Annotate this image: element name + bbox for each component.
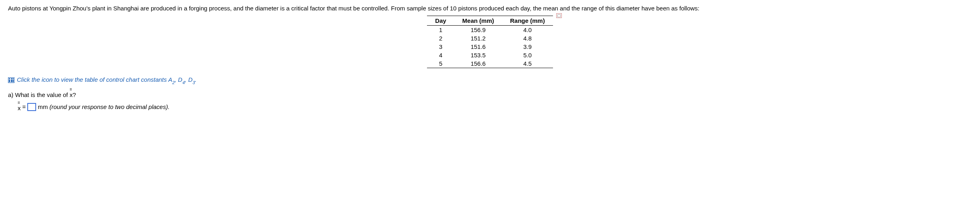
data-table: Day Mean (mm) Range (mm) 1 156.9 4.0 2 1… <box>427 16 553 68</box>
link-mid1: , D <box>175 76 182 83</box>
cell-day: 4 <box>427 51 454 59</box>
cell-day: 1 <box>427 26 454 34</box>
equals-sign: = <box>22 103 26 110</box>
cell-mean: 151.6 <box>454 42 502 51</box>
cell-day: 5 <box>427 59 454 68</box>
table-row: 5 156.6 4.5 <box>427 59 553 68</box>
cell-mean: 156.6 <box>454 59 502 68</box>
link-sub-3: 3 <box>193 80 195 85</box>
link-mid2: , D <box>185 76 193 83</box>
cell-range: 4.0 <box>502 26 553 34</box>
col-mean: Mean (mm) <box>454 16 502 26</box>
cell-day: 2 <box>427 34 454 42</box>
cell-day: 3 <box>427 42 454 51</box>
cell-range: 3.9 <box>502 42 553 51</box>
cell-range: 5.0 <box>502 51 553 59</box>
popout-icon[interactable] <box>556 13 562 18</box>
cell-mean: 156.9 <box>454 26 502 34</box>
x-double-bar: x <box>18 102 21 111</box>
link-sub-4: 4 <box>182 80 185 85</box>
table-row: 1 156.9 4.0 <box>427 26 553 34</box>
question-a-text: a) What is the value of x? <box>8 91 972 98</box>
col-day: Day <box>427 16 454 26</box>
rounding-hint: (round your response to two decimal plac… <box>49 103 169 110</box>
problem-intro: Auto pistons at Yongpin Zhou's plant in … <box>8 4 972 12</box>
link-sub-2: 2 <box>172 80 175 85</box>
table-row: 3 151.6 3.9 <box>427 42 553 51</box>
col-range: Range (mm) <box>502 16 553 26</box>
table-header-row: Day Mean (mm) Range (mm) <box>427 16 553 26</box>
link-post: . <box>195 76 197 83</box>
cell-range: 4.8 <box>502 34 553 42</box>
cell-mean: 153.5 <box>454 51 502 59</box>
table-row: 4 153.5 5.0 <box>427 51 553 59</box>
cell-mean: 151.2 <box>454 34 502 42</box>
cell-range: 4.5 <box>502 59 553 68</box>
view-constants-link[interactable]: Click the icon to view the table of cont… <box>17 76 197 84</box>
answer-row: x = mm (round your response to two decim… <box>18 102 972 111</box>
link-text-pre: Click the icon to view the table of cont… <box>17 76 172 83</box>
constants-link-row: Click the icon to view the table of cont… <box>8 76 972 84</box>
unit-mm: mm <box>38 103 48 110</box>
answer-input[interactable] <box>27 103 36 111</box>
table-row: 2 151.2 4.8 <box>427 34 553 42</box>
question-a: a) What is the value of x? x = mm (round… <box>8 91 972 111</box>
data-table-container: Day Mean (mm) Range (mm) 1 156.9 4.0 2 1… <box>8 16 972 68</box>
table-icon[interactable] <box>8 77 14 83</box>
